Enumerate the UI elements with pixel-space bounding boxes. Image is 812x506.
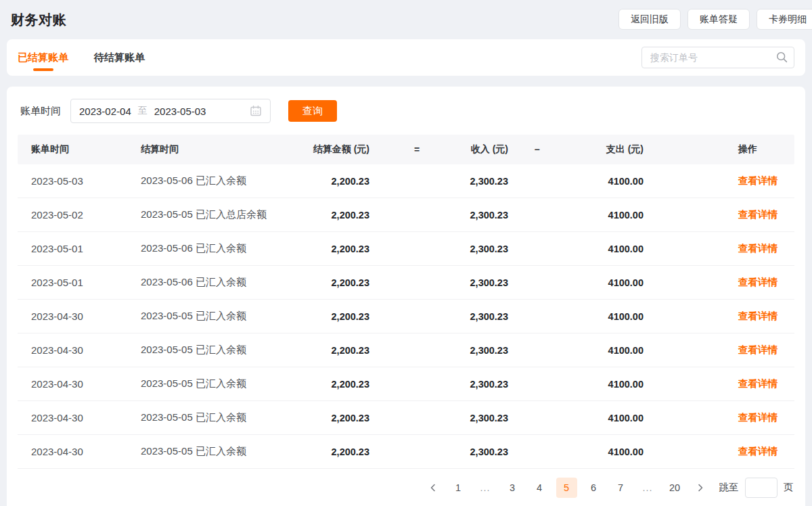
cell-expense: 4100.00 (566, 210, 644, 221)
cell-settle-time: 2023-05-05 已汇入余额 (141, 377, 302, 390)
tab-unsettled-bills[interactable]: 待结算账单 (94, 39, 145, 76)
pagination-ellipsis[interactable]: ... (637, 478, 658, 498)
tab-settled-bills[interactable]: 已结算账单 (18, 39, 68, 76)
column-minus-sign: − (508, 144, 566, 155)
bill-faq-button[interactable]: 账单答疑 (687, 9, 750, 30)
cell-income: 2,300.23 (464, 244, 508, 254)
search-order-box (641, 47, 794, 68)
table-row: 2023-04-30 2023-05-05 已汇入余额 2,200.23 2,3… (18, 367, 794, 401)
cell-income: 2,300.23 (464, 413, 508, 423)
filter-row: 账单时间 2023-02-04 至 2023-05-03 查询 (20, 99, 794, 123)
finance-reconciliation-page: 财务对账 返回旧版 账单答疑 卡券明细 已结算账单 待结算账单 账单 (0, 0, 812, 506)
cell-settle-time: 2023-05-05 已汇入余额 (141, 411, 302, 424)
table-row: 2023-05-02 2023-05-05 已汇入总店余额 2,200.23 2… (18, 198, 794, 232)
page-number[interactable]: 4 (529, 478, 550, 498)
cell-settle-amount: 2,200.23 (302, 210, 369, 221)
cell-expense: 4100.00 (566, 345, 644, 356)
table-row: 2023-04-30 2023-05-05 已汇入余额 2,200.23 2,3… (18, 334, 794, 367)
view-detail-link[interactable]: 查看详情 (738, 209, 777, 220)
page-number-current[interactable]: 5 (556, 478, 577, 498)
cell-settle-amount: 2,200.23 (302, 345, 369, 356)
view-detail-link[interactable]: 查看详情 (738, 175, 777, 186)
topbar-buttons: 返回旧版 账单答疑 卡券明细 (618, 9, 812, 30)
jump-to-label: 跳至 (719, 481, 739, 494)
table-row: 2023-05-03 2023-05-06 已汇入余额 2,200.23 2,3… (18, 164, 794, 198)
cell-income: 2,300.23 (464, 176, 508, 187)
prev-page-button[interactable] (424, 478, 442, 498)
bills-table: 账单时间 结算时间 结算金额 (元) = 收入 (元) − 支出 (元) 操作 … (18, 135, 794, 469)
cell-bill-date: 2023-05-01 (18, 277, 141, 288)
tabs: 已结算账单 待结算账单 (18, 39, 145, 76)
cell-bill-date: 2023-05-02 (18, 209, 141, 221)
next-page-button[interactable] (692, 478, 709, 498)
view-detail-link[interactable]: 查看详情 (738, 446, 777, 457)
search-order-input[interactable] (641, 47, 794, 68)
cell-settle-time: 2023-05-05 已汇入余额 (141, 310, 302, 323)
table-row: 2023-05-01 2023-05-06 已汇入余额 2,200.23 2,3… (18, 266, 794, 300)
view-detail-link[interactable]: 查看详情 (738, 378, 777, 389)
cell-bill-date: 2023-04-30 (18, 344, 141, 356)
cell-settle-amount: 2,200.23 (302, 277, 369, 288)
cell-settle-amount: 2,200.23 (302, 379, 369, 390)
page-title: 财务对账 (11, 11, 66, 29)
cell-expense: 4100.00 (566, 244, 644, 254)
column-equals-sign: = (369, 144, 464, 155)
cell-bill-date: 2023-05-03 (18, 175, 141, 187)
cell-bill-date: 2023-04-30 (18, 310, 141, 322)
table-row: 2023-04-30 2023-05-05 已汇入余额 2,200.23 2,3… (18, 401, 794, 435)
cell-expense: 4100.00 (566, 277, 644, 288)
page-number[interactable]: 1 (448, 478, 469, 498)
cell-settle-time: 2023-05-05 已汇入余额 (141, 344, 302, 356)
topbar: 财务对账 返回旧版 账单答疑 卡券明细 (0, 0, 812, 39)
tabs-card: 已结算账单 待结算账单 (7, 39, 805, 76)
view-detail-link[interactable]: 查看详情 (738, 344, 777, 355)
page-number[interactable]: 3 (502, 478, 523, 498)
table-body: 2023-05-03 2023-05-06 已汇入余额 2,200.23 2,3… (18, 164, 794, 469)
page-number[interactable]: 20 (664, 478, 685, 498)
date-end-value: 2023-05-03 (154, 106, 206, 117)
view-detail-link[interactable]: 查看详情 (738, 310, 777, 321)
table-header-row: 账单时间 结算时间 结算金额 (元) = 收入 (元) − 支出 (元) 操作 (18, 135, 794, 164)
view-detail-link[interactable]: 查看详情 (738, 277, 777, 288)
cell-settle-amount: 2,200.23 (302, 446, 369, 457)
cell-settle-amount: 2,200.23 (302, 244, 369, 254)
cell-settle-amount: 2,200.23 (302, 176, 369, 187)
column-income: 收入 (元) (464, 143, 508, 156)
date-separator: 至 (138, 105, 148, 117)
cell-income: 2,300.23 (464, 277, 508, 288)
tab-unsettled-bills-label: 待结算账单 (94, 51, 145, 64)
cell-bill-date: 2023-04-30 (18, 378, 141, 390)
jump-page-input[interactable] (745, 478, 777, 498)
cell-expense: 4100.00 (566, 379, 644, 390)
column-actions: 操作 (644, 143, 794, 156)
date-range-picker[interactable]: 2023-02-04 至 2023-05-03 (70, 99, 271, 123)
cell-settle-time: 2023-05-05 已汇入总店余额 (141, 208, 302, 221)
page-number[interactable]: 6 (583, 478, 604, 498)
column-bill-time: 账单时间 (18, 143, 141, 156)
view-detail-link[interactable]: 查看详情 (738, 412, 777, 423)
page-number[interactable]: 7 (610, 478, 631, 498)
query-button[interactable]: 查询 (288, 100, 337, 122)
cell-settle-amount: 2,200.23 (302, 311, 369, 322)
bill-time-label: 账单时间 (20, 105, 61, 118)
pagination-ellipsis[interactable]: ... (475, 478, 496, 498)
cell-income: 2,300.23 (464, 311, 508, 322)
cell-income: 2,300.23 (464, 446, 508, 457)
cell-settle-amount: 2,200.23 (302, 413, 369, 423)
cell-bill-date: 2023-04-30 (18, 446, 141, 457)
cell-expense: 4100.00 (566, 446, 644, 457)
cell-settle-time: 2023-05-06 已汇入余额 (141, 175, 302, 187)
cell-settle-time: 2023-05-05 已汇入余额 (141, 445, 302, 458)
search-icon (776, 51, 788, 63)
back-to-old-version-button[interactable]: 返回旧版 (618, 9, 681, 30)
cell-income: 2,300.23 (464, 210, 508, 221)
pagination-pages: 1 ... 3 4 5 6 7 ... 20 (448, 478, 685, 498)
column-expense: 支出 (元) (566, 143, 644, 156)
page-unit-label: 页 (784, 481, 794, 494)
table-row: 2023-05-01 2023-05-06 已汇入余额 2,200.23 2,3… (18, 232, 794, 266)
view-detail-link[interactable]: 查看详情 (738, 243, 777, 254)
cell-expense: 4100.00 (566, 311, 644, 322)
table-row: 2023-04-30 2023-05-05 已汇入余额 2,200.23 2,3… (18, 300, 794, 334)
chevron-right-icon (696, 484, 704, 492)
card-coupon-detail-button[interactable]: 卡券明细 (757, 9, 812, 30)
